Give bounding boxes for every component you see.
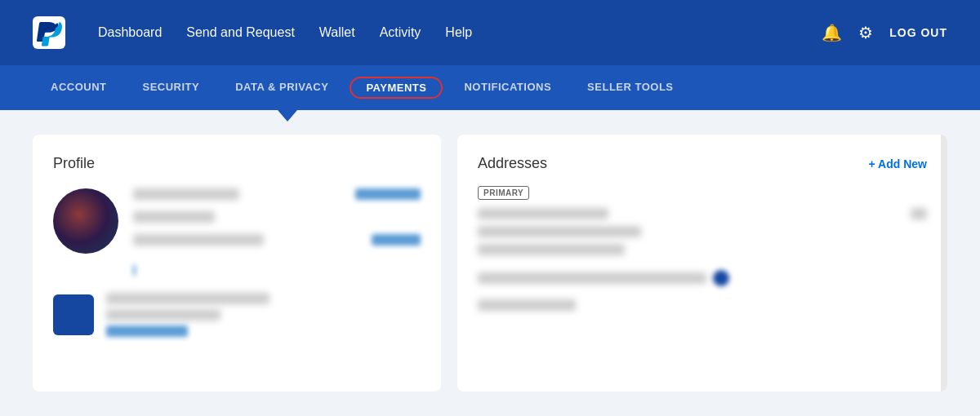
avatar-image [53,188,118,254]
profile-section-title: Profile [53,155,421,172]
nav-right-actions: 🔔 ⚙ LOG OUT [822,23,947,42]
address-action-blurred [911,208,927,219]
top-navigation: Dashboard Send and Request Wallet Activi… [0,0,980,65]
subnav-notifications[interactable]: NOTIFICATIONS [446,65,569,110]
profile-date-row [133,211,421,223]
avatar [53,188,118,254]
addresses-card-header: Addresses + Add New [478,155,927,172]
address-map-blurred [478,272,706,284]
profile-extra-line1 [106,293,270,304]
profile-card: Profile [33,135,441,392]
address-map-row [478,270,927,286]
profile-name-row [133,188,421,200]
nav-send-request[interactable]: Send and Request [186,25,295,40]
address-line2-blurred [478,244,625,255]
address-name-blurred [478,208,608,219]
profile-bottom-section [53,293,421,337]
primary-badge: PRIMARY [478,186,529,200]
profile-date-blurred [133,211,215,223]
profile-bottom-text [106,293,270,337]
paypal-logo[interactable] [33,16,65,49]
profile-email-blurred [133,234,264,246]
profile-extra-link[interactable] [106,325,188,337]
address-name-row [478,208,927,219]
addresses-section-title: Addresses [478,155,547,172]
notification-icon[interactable]: 🔔 [822,23,842,42]
profile-email-row [133,234,421,246]
subnav-payments[interactable]: PAYMENTS [350,77,443,99]
logout-button[interactable]: LOG OUT [889,26,947,39]
settings-icon[interactable]: ⚙ [858,23,873,42]
update-photo-row [133,262,421,277]
nav-help[interactable]: Help [445,25,472,40]
address-line1-blurred [478,226,641,237]
profile-name-blurred [133,188,239,200]
profile-top-section [53,188,421,277]
subnav-security[interactable]: SECURITY [125,65,218,110]
scrollbar[interactable] [941,135,947,392]
subnav-seller-tools[interactable]: SELLER TOOLS [569,65,691,110]
sub-navigation: ACCOUNT SECURITY DATA & PRIVACY PAYMENTS… [0,65,980,110]
address-details [478,208,927,311]
profile-paypal-icon [53,294,94,335]
profile-extra-line2 [106,309,220,321]
profile-info [133,188,421,277]
nav-activity[interactable]: Activity [380,25,421,40]
address-extra-blurred [478,299,576,311]
subnav-data-privacy[interactable]: DATA & PRIVACY [217,65,346,110]
main-content: Profile [0,110,980,416]
nav-wallet[interactable]: Wallet [319,25,355,40]
nav-dashboard[interactable]: Dashboard [98,25,162,40]
change-email-link[interactable] [372,234,421,246]
add-new-button[interactable]: + Add New [869,157,927,170]
change-name-link[interactable] [355,188,421,200]
addresses-card: Addresses + Add New PRIMARY [457,135,947,392]
update-photo-link[interactable] [133,264,136,276]
subnav-account[interactable]: ACCOUNT [33,65,125,110]
address-map-icon [713,270,729,286]
